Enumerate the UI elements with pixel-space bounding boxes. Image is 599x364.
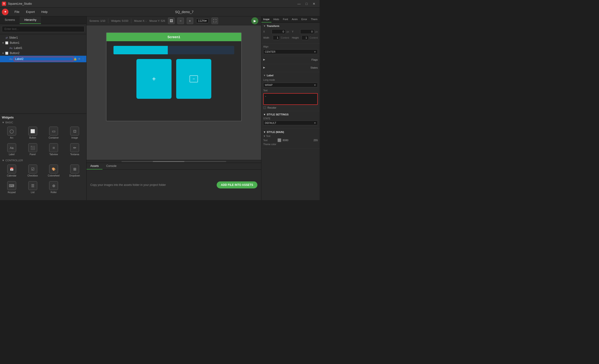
bottom-panel: Assets Console Copy your images into the… xyxy=(87,163,261,200)
widget-button[interactable]: ⬜ Button xyxy=(23,125,43,141)
states-header[interactable]: ▶ States xyxy=(263,66,318,69)
tree-item-label: Button2 xyxy=(10,52,84,55)
search-input[interactable] xyxy=(2,26,84,32)
left-panel-tabs: Screens Hierarchy xyxy=(0,16,86,24)
button2-inner: − xyxy=(190,75,198,82)
tab-anim[interactable]: Anim xyxy=(290,16,300,22)
label-section-header[interactable]: ▼ Label xyxy=(263,74,318,77)
state-select[interactable]: DEFAULT ▼ xyxy=(263,121,318,125)
eye-icon[interactable]: 👁 xyxy=(78,57,81,61)
screen-content: + − xyxy=(106,41,241,104)
text-label-row: Text xyxy=(263,89,318,92)
widget-calendar[interactable]: 📅 Calendar xyxy=(2,163,22,178)
tab-error[interactable]: Error xyxy=(300,16,309,22)
zoom-display[interactable]: 112%▾ xyxy=(196,18,209,23)
style-main-header[interactable]: ▼ STYLE (MAIN) xyxy=(263,131,318,133)
widget-label[interactable]: Aa Label xyxy=(2,142,22,157)
tab-theme[interactable]: Them xyxy=(309,16,319,22)
tree-item-button1[interactable]: ▼ ⬜ Button1 xyxy=(0,40,86,45)
canvas-button2[interactable]: − xyxy=(176,59,211,99)
tree-item-label2[interactable]: Aa Label2 🔒 👁 ⋮ xyxy=(0,56,86,62)
close-button[interactable]: ✕ xyxy=(310,0,318,8)
lock-icon[interactable]: 🔒 xyxy=(73,57,77,61)
add-file-button[interactable]: ADD FILE INTO ASSETS xyxy=(217,181,257,188)
height-input[interactable] xyxy=(302,35,309,40)
more-icon[interactable]: ⋮ xyxy=(82,57,84,61)
project-title: SQ_demo_7 xyxy=(51,10,318,14)
tab-font[interactable]: Font xyxy=(281,16,290,22)
long-mode-select[interactable]: WRAP ▼ xyxy=(263,83,318,87)
app-logo: ✦ xyxy=(2,9,9,15)
text-sub-header[interactable]: ▼ Text xyxy=(263,135,318,137)
tree-item-button2[interactable]: ▼ ⬜ Button2 xyxy=(0,51,86,56)
widget-tabview[interactable]: ⊟ Tabview xyxy=(44,142,64,157)
states-section: ▶ States xyxy=(261,64,320,72)
y-input[interactable] xyxy=(300,29,314,34)
inspector-panel: Inspe Histo Font Anim Error Them ▼ Trans… xyxy=(261,16,320,200)
align-select[interactable]: CENTER ▼ xyxy=(263,49,318,54)
text-color-swatch[interactable] xyxy=(278,138,281,142)
width-input[interactable] xyxy=(273,35,280,40)
play-button[interactable]: ▶ xyxy=(251,17,258,24)
canvas-scrollbar[interactable] xyxy=(87,160,261,163)
widget-colorwheel[interactable]: 🎨 Colorwheel xyxy=(44,163,64,178)
y-label: Y xyxy=(292,30,300,33)
slider-widget[interactable] xyxy=(114,46,234,54)
arc-icon: ◯ xyxy=(7,127,16,135)
tab-inspect[interactable]: Inspe xyxy=(261,16,271,22)
tab-screens[interactable]: Screens xyxy=(0,16,20,24)
fullscreen-button[interactable]: ⛶ xyxy=(211,18,218,24)
menubar: ✦ File Export Help SQ_demo_7 xyxy=(0,8,320,16)
widget-dropdown[interactable]: ⊞ Dropdown xyxy=(65,163,84,178)
minimize-button[interactable]: — xyxy=(295,0,303,8)
tree-item-slider1[interactable]: ⇄ Slider1 xyxy=(0,35,86,40)
state-label: STATE xyxy=(263,117,318,120)
tab-console[interactable]: Console xyxy=(103,163,120,169)
chevron-down-icon: ▼ xyxy=(263,25,266,27)
widget-keypad-label: Keypad xyxy=(8,191,16,194)
text-input[interactable]: - xyxy=(263,93,318,105)
tab-history[interactable]: Histo xyxy=(271,16,281,22)
zoom-out-button[interactable]: − xyxy=(177,18,184,24)
long-mode-label: Long mode xyxy=(263,79,276,81)
tab-assets[interactable]: Assets xyxy=(87,163,103,169)
widget-textarea[interactable]: ✏ Textarea xyxy=(65,142,84,157)
x-input[interactable] xyxy=(272,29,286,34)
button-icon: ⬜ xyxy=(28,127,37,135)
long-mode-row: Long mode xyxy=(263,79,318,81)
style-settings-header[interactable]: ▼ STYLE SETTINGS xyxy=(263,113,318,116)
image-toolbar-button[interactable]: 🖼 xyxy=(168,18,175,24)
flags-section: ▶ Flags xyxy=(261,56,320,64)
colorwheel-icon: 🎨 xyxy=(49,165,58,173)
zoom-in-button[interactable]: + xyxy=(187,18,193,24)
tab-hierarchy[interactable]: Hierarchy xyxy=(20,16,41,24)
maximize-button[interactable]: □ xyxy=(303,0,310,8)
widget-keypad[interactable]: ⌨ Keypad xyxy=(2,180,22,195)
align-value: CENTER xyxy=(265,50,275,53)
tree-item-label: Button1 xyxy=(10,41,84,44)
widget-checkbox[interactable]: ☑ Checkbox xyxy=(23,163,43,178)
canvas-button1[interactable]: + xyxy=(136,59,172,99)
recolor-checkbox[interactable] xyxy=(263,106,266,109)
widget-panel[interactable]: ⬛ Panel xyxy=(23,142,43,157)
tree-item-label: Label2 xyxy=(14,57,73,61)
widget-image[interactable]: ⊡ Image xyxy=(65,125,84,141)
menu-file[interactable]: File xyxy=(11,9,23,15)
tree-item-label1[interactable]: Aa Label1 xyxy=(0,45,86,51)
align-label: Align xyxy=(263,45,276,48)
widget-list[interactable]: ☰ List xyxy=(23,180,43,195)
widget-roller[interactable]: ⊛ Roller xyxy=(44,180,64,195)
widget-calendar-label: Calendar xyxy=(7,174,17,177)
widget-roller-label: Roller xyxy=(51,191,57,194)
widget-arc[interactable]: ◯ Arc xyxy=(2,125,22,141)
toolbar-separator xyxy=(108,18,108,23)
transform-section-header[interactable]: ▼ Transform xyxy=(263,25,318,27)
flags-header[interactable]: ▶ Flags xyxy=(263,58,318,61)
mouse-y-info: Mouse Y: 526 xyxy=(150,19,165,22)
menu-help[interactable]: Help xyxy=(38,9,51,15)
calendar-icon: 📅 xyxy=(7,165,16,173)
basic-widget-grid: ◯ Arc ⬜ Button ▭ Container ⊡ Image Aa xyxy=(2,125,84,157)
menu-export[interactable]: Export xyxy=(23,9,38,15)
widget-container[interactable]: ▭ Container xyxy=(44,125,64,141)
app-title: SquareLine_Studio xyxy=(8,2,295,5)
